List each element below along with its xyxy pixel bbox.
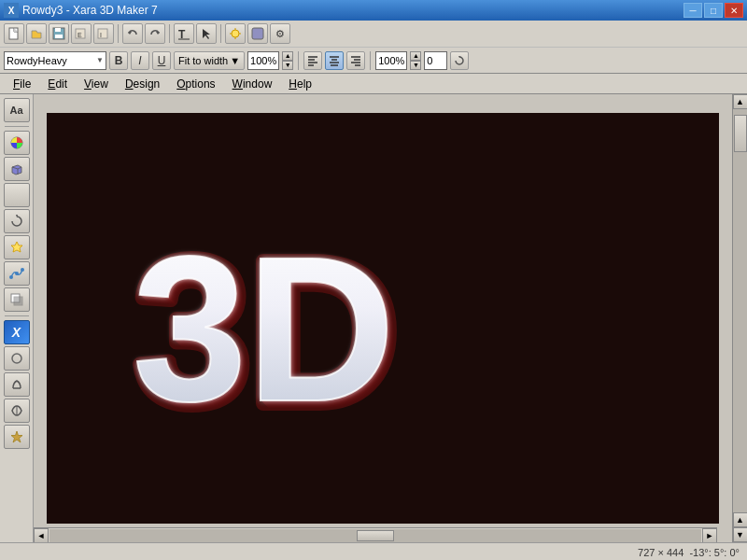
canvas-dimensions: 727 × 444 (638, 547, 684, 558)
menu-file[interactable]: File (6, 76, 38, 92)
open-button[interactable] (26, 23, 47, 44)
workspace: Aa X (0, 94, 747, 542)
lt-separator-2 (5, 315, 29, 316)
format-toolbar: RowdyHeavy ▼ B I U Fit to width ▼ 100% ▲… (0, 47, 747, 73)
options-button[interactable]: ⚙ (270, 23, 290, 44)
material-button[interactable] (247, 23, 268, 44)
align-center-button[interactable] (325, 51, 344, 70)
left-toolbar: Aa X (0, 94, 34, 542)
svg-rect-6 (55, 35, 63, 38)
svg-marker-38 (11, 242, 22, 252)
rotate-tool-button[interactable] (4, 209, 30, 233)
scroll-left-button[interactable]: ◄ (34, 528, 49, 543)
title-bar-left: X Rowdy3 - Xara 3D Maker 7 (4, 3, 158, 18)
fit-to-width-button[interactable]: Fit to width ▼ (174, 51, 245, 70)
zoom-input-2[interactable]: 100% (375, 51, 407, 70)
menu-view[interactable]: View (77, 76, 116, 92)
bold-button[interactable]: B (109, 51, 128, 70)
underline-button[interactable]: U (152, 51, 171, 70)
undo-button[interactable] (122, 23, 143, 44)
toolbar-area: E I T ⚙ RowdyHeavy ▼ (0, 21, 747, 74)
rotation-reset-button[interactable] (450, 51, 469, 70)
tool-10-button[interactable] (4, 372, 30, 397)
text-tool-button[interactable]: Aa (4, 98, 30, 122)
scroll-down-button-2[interactable]: ▼ (733, 527, 748, 542)
canvas-rotation: -13°: 5°: 0° (689, 547, 740, 558)
svg-point-41 (21, 268, 24, 272)
zoom-down-button[interactable]: ▼ (282, 61, 293, 70)
svg-point-15 (232, 30, 239, 37)
zoom-up-button[interactable]: ▲ (282, 51, 293, 61)
tool-12-button[interactable] (4, 425, 30, 449)
save-button[interactable] (49, 23, 69, 44)
zoom-up-button-2[interactable]: ▲ (410, 51, 421, 61)
zoom-value-2: 100% (378, 55, 404, 66)
fit-to-width-label: Fit to width (178, 55, 228, 66)
menu-window[interactable]: Window (225, 76, 280, 92)
svg-rect-5 (55, 28, 61, 32)
vertical-scrollbar: ▲ ▲ ▼ (732, 94, 747, 542)
v-scroll-track[interactable] (733, 109, 748, 512)
zoom-down-button-2[interactable]: ▼ (410, 61, 421, 70)
h-scroll-track[interactable] (49, 529, 701, 542)
3d-text-svg: 3D 3D 3D 3D 3D 3D 3D 3D (47, 113, 719, 524)
font-selector[interactable]: RowdyHeavy ▼ (4, 51, 106, 70)
window-title: Rowdy3 - Xara 3D Maker 7 (22, 4, 158, 17)
status-bar: 727 × 444 -13°: 5°: 0° (0, 542, 747, 560)
bevel-tool-button[interactable] (4, 183, 30, 207)
zoom-spinner-2: ▲ ▼ (410, 51, 421, 70)
fit-to-width-arrow: ▼ (230, 55, 240, 66)
cursor-button[interactable] (196, 23, 217, 44)
menu-edit[interactable]: Edit (40, 76, 75, 92)
close-button[interactable]: ✕ (725, 3, 743, 18)
scroll-down-button-1[interactable]: ▲ (733, 512, 748, 527)
title-controls: ─ □ ✕ (684, 3, 743, 18)
rotation-value: 0 (427, 55, 432, 66)
lt-separator-1 (5, 126, 29, 127)
light-tool-button[interactable] (4, 235, 30, 259)
italic-button[interactable]: I (131, 51, 149, 70)
svg-point-39 (9, 275, 13, 279)
shadow-tool-button[interactable] (4, 287, 30, 312)
light-button[interactable] (225, 23, 246, 44)
tool-9-button[interactable] (4, 346, 30, 371)
redo-button[interactable] (145, 23, 165, 44)
svg-text:E: E (78, 32, 82, 38)
maximize-button[interactable]: □ (704, 3, 723, 18)
xara-brand-button[interactable]: X (4, 320, 30, 344)
font-dropdown-arrow: ▼ (96, 56, 104, 64)
main-toolbar: E I T ⚙ (0, 21, 747, 47)
toolbar-separator-1 (118, 24, 119, 43)
h-scroll-thumb[interactable] (357, 530, 394, 541)
format-separator-1 (298, 51, 299, 70)
menu-options[interactable]: Options (169, 76, 222, 92)
align-right-button[interactable] (346, 51, 365, 70)
v-scroll-thumb[interactable] (734, 115, 747, 152)
extrude-tool-button[interactable] (4, 157, 30, 181)
svg-point-44 (12, 354, 21, 363)
color-tool-button[interactable] (4, 131, 30, 155)
toolbar-separator-2 (169, 24, 170, 43)
align-left-button[interactable] (303, 51, 322, 70)
tool-11-button[interactable] (4, 399, 30, 423)
export-button[interactable]: E (71, 23, 92, 44)
canvas-area[interactable]: 3D 3D 3D 3D 3D 3D 3D 3D (34, 94, 732, 542)
zoom-value: 100% (250, 55, 276, 66)
import-button[interactable]: I (93, 23, 114, 44)
toolbar-separator-3 (220, 24, 221, 43)
rotation-input[interactable]: 0 (424, 51, 447, 70)
text-mode-button[interactable]: T (174, 23, 194, 44)
surface-tool-button[interactable] (4, 261, 30, 286)
menu-help[interactable]: Help (281, 76, 319, 92)
title-bar: X Rowdy3 - Xara 3D Maker 7 ─ □ ✕ (0, 0, 747, 21)
font-name: RowdyHeavy (7, 55, 104, 66)
minimize-button[interactable]: ─ (684, 3, 702, 18)
zoom-input[interactable]: 100% (247, 51, 279, 70)
scroll-up-button[interactable]: ▲ (733, 94, 748, 109)
new-button[interactable] (4, 23, 24, 44)
scroll-right-button[interactable]: ► (702, 528, 717, 543)
menu-design[interactable]: Design (118, 76, 167, 92)
svg-point-40 (15, 272, 19, 275)
canvas-background: 3D 3D 3D 3D 3D 3D 3D 3D (47, 113, 719, 524)
menu-bar: File Edit View Design Options Window Hel… (0, 74, 747, 94)
